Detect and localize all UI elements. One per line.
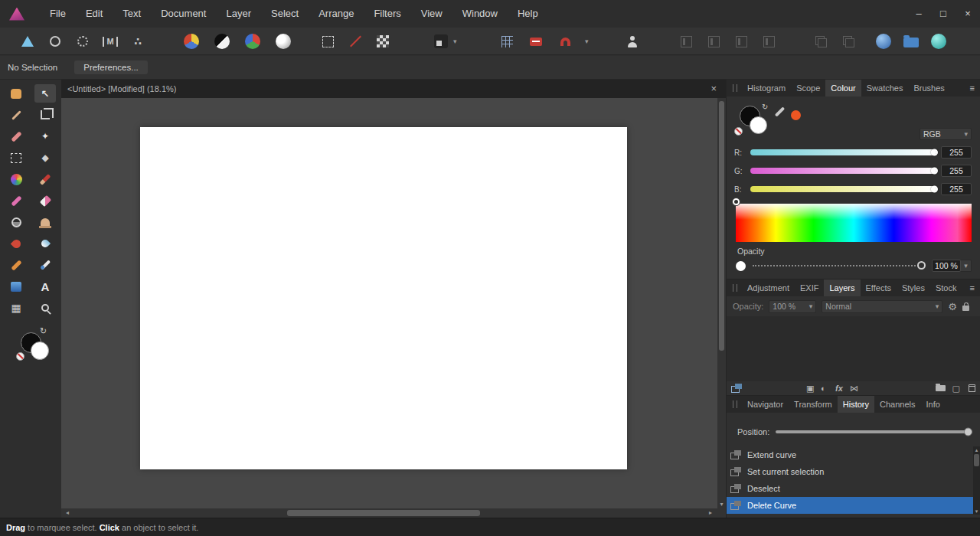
scroll-down-icon[interactable]: ▾ xyxy=(717,501,726,508)
red-slider[interactable] xyxy=(750,149,936,155)
blue-slider-handle[interactable] xyxy=(931,186,938,193)
menu-text[interactable]: Text xyxy=(113,0,151,28)
force-pixel-alignment-button[interactable] xyxy=(527,31,545,51)
menu-help[interactable]: Help xyxy=(508,0,548,28)
insert-behaviour-caret-icon[interactable]: ▾ xyxy=(453,38,457,45)
tab-histogram[interactable]: Histogram xyxy=(742,80,791,96)
transparent-background-button[interactable] xyxy=(374,31,392,51)
mask-layer-button[interactable]: ▣ xyxy=(806,381,814,395)
close-document-icon[interactable]: × xyxy=(710,80,717,98)
blemish-tool[interactable] xyxy=(2,233,31,254)
history-scrollbar[interactable]: ▴ ▾ xyxy=(973,446,980,515)
colour-picker-tool[interactable] xyxy=(2,104,31,126)
green-slider-handle[interactable] xyxy=(931,168,938,175)
panel-grip-icon[interactable] xyxy=(733,400,737,408)
snapping-caret-icon[interactable]: ▾ xyxy=(585,38,589,45)
erase-tool[interactable] xyxy=(31,190,60,211)
tone-mapping-persona-button[interactable]: M xyxy=(101,31,119,51)
tab-stock[interactable]: Stock xyxy=(930,279,962,296)
assistant-button[interactable] xyxy=(623,31,642,51)
tab-navigator[interactable]: Navigator xyxy=(742,396,789,413)
scroll-left-icon[interactable]: ◂ xyxy=(63,508,72,518)
layer-opacity-dropdown[interactable]: 100 % ▾ xyxy=(769,300,816,313)
position-slider-handle[interactable] xyxy=(964,428,972,436)
history-item[interactable]: Extend curve xyxy=(727,446,973,463)
tab-colour[interactable]: Colour xyxy=(825,80,861,96)
canvas[interactable] xyxy=(140,127,627,469)
delete-layer-button[interactable] xyxy=(969,381,975,395)
smudge-tool[interactable] xyxy=(2,190,31,211)
panel-grip-icon[interactable] xyxy=(733,84,737,92)
menu-edit[interactable]: Edit xyxy=(76,0,113,28)
tab-brushes[interactable]: Brushes xyxy=(908,80,949,96)
live-filter-button[interactable]: fx xyxy=(835,381,843,395)
history-scroll-thumb[interactable] xyxy=(974,454,979,466)
opacity-slider[interactable] xyxy=(753,265,925,266)
insert-behaviour-button[interactable] xyxy=(432,31,450,51)
history-item[interactable]: Deselect xyxy=(727,480,973,497)
pixel-grid-button[interactable] xyxy=(498,31,516,51)
menu-file[interactable]: File xyxy=(40,0,76,28)
photo-persona-button[interactable] xyxy=(18,31,37,51)
maximize-button[interactable]: □ xyxy=(931,0,956,28)
text-tool[interactable]: A xyxy=(31,276,60,297)
eyedropper-icon[interactable] xyxy=(775,106,785,116)
merge-button[interactable]: ⋈ xyxy=(850,381,858,395)
red-slider-handle[interactable] xyxy=(931,149,938,156)
swap-colours-icon[interactable]: ↻ xyxy=(762,103,768,111)
tab-adjustment[interactable]: Adjustment xyxy=(742,279,795,296)
horizontal-scroll-thumb[interactable] xyxy=(287,510,480,516)
blue-sphere-button[interactable] xyxy=(874,31,893,51)
menu-filters[interactable]: Filters xyxy=(364,0,410,28)
vertical-scrollbar[interactable]: ▾ xyxy=(717,98,726,508)
secondary-colour-well[interactable] xyxy=(750,116,767,134)
tab-scope[interactable]: Scope xyxy=(791,80,825,96)
layers-stack-icon[interactable] xyxy=(731,381,742,395)
crop-tool[interactable] xyxy=(31,104,60,126)
zoom-tool[interactable] xyxy=(31,297,60,319)
panel-menu-icon[interactable]: ≡ xyxy=(970,279,975,296)
close-button[interactable]: × xyxy=(956,0,980,28)
affinity-logo-icon[interactable] xyxy=(9,8,24,21)
menu-layer[interactable]: Layer xyxy=(216,0,261,28)
export-persona-button[interactable]: ∴ xyxy=(129,31,147,51)
opacity-slider-handle[interactable] xyxy=(917,261,926,270)
green-slider[interactable] xyxy=(750,168,936,174)
sharpen-tool[interactable] xyxy=(2,254,31,276)
picked-colour-dot[interactable] xyxy=(791,110,801,120)
opacity-caret-icon[interactable]: ▾ xyxy=(961,260,972,272)
tab-info[interactable]: Info xyxy=(921,396,946,413)
flood-fill-tool[interactable]: ◆ xyxy=(31,147,60,168)
auto-colour-button[interactable] xyxy=(243,31,262,51)
tab-history[interactable]: History xyxy=(838,396,874,413)
tab-channels[interactable]: Channels xyxy=(874,396,920,413)
marquee-tool[interactable] xyxy=(2,147,31,168)
preferences-button[interactable]: Preferences... xyxy=(74,60,148,74)
colour-spectrum[interactable] xyxy=(736,204,972,242)
horizontal-scrollbar[interactable]: ◂ ▸ xyxy=(61,508,726,518)
develop-persona-button[interactable] xyxy=(74,31,92,51)
gear-icon[interactable]: ⚙ xyxy=(948,301,957,312)
red-value[interactable]: 255 xyxy=(941,146,972,159)
add-layer-button[interactable]: ▢ xyxy=(952,381,960,395)
stock-folder-button[interactable] xyxy=(902,31,920,51)
scroll-down-icon[interactable]: ▾ xyxy=(973,508,980,515)
scroll-up-icon[interactable]: ▴ xyxy=(973,446,980,453)
snapping-button[interactable] xyxy=(556,31,574,51)
opacity-value[interactable]: 100 % xyxy=(932,260,961,272)
swap-colours-icon[interactable]: ↻ xyxy=(40,326,47,336)
tab-layers[interactable]: Layers xyxy=(824,279,860,296)
snap-line-button[interactable] xyxy=(346,31,364,51)
teal-sphere-button[interactable] xyxy=(929,31,948,51)
blur-tool[interactable] xyxy=(31,233,60,254)
history-item-selected[interactable]: Delete Curve xyxy=(727,497,973,514)
menu-view[interactable]: View xyxy=(411,0,452,28)
tab-transform[interactable]: Transform xyxy=(789,396,838,413)
blue-value[interactable]: 255 xyxy=(941,183,972,195)
marquee-visibility-button[interactable] xyxy=(318,31,337,51)
tab-swatches[interactable]: Swatches xyxy=(861,80,909,96)
layers-list-empty[interactable] xyxy=(727,316,980,382)
liquify-persona-button[interactable] xyxy=(46,31,64,51)
blend-mode-dropdown[interactable]: Normal ▾ xyxy=(822,300,942,313)
minimize-button[interactable]: – xyxy=(906,0,931,28)
